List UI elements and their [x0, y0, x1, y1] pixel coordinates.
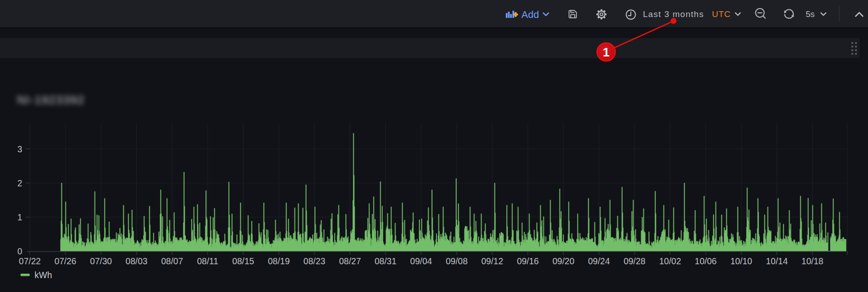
- svg-text:10/06: 10/06: [695, 256, 717, 266]
- svg-text:08/23: 08/23: [304, 256, 326, 266]
- svg-text:08/27: 08/27: [339, 256, 361, 266]
- svg-text:09/04: 09/04: [410, 256, 432, 266]
- svg-text:0: 0: [17, 246, 22, 256]
- svg-text:10/14: 10/14: [766, 256, 788, 266]
- svg-text:09/24: 09/24: [588, 256, 610, 266]
- svg-text:08/15: 08/15: [232, 256, 254, 266]
- svg-text:3: 3: [17, 144, 22, 154]
- svg-text:UTC: UTC: [712, 9, 731, 19]
- svg-text:1: 1: [603, 46, 609, 59]
- svg-text:09/08: 09/08: [446, 256, 468, 266]
- svg-text:10/02: 10/02: [659, 256, 681, 266]
- svg-text:09/20: 09/20: [552, 256, 574, 266]
- svg-text:08/11: 08/11: [197, 256, 218, 266]
- svg-text:09/28: 09/28: [624, 256, 646, 266]
- svg-text:07/26: 07/26: [54, 256, 76, 266]
- svg-text:08/31: 08/31: [374, 256, 396, 266]
- svg-text:09/16: 09/16: [517, 256, 539, 266]
- svg-text:kWh: kWh: [35, 270, 52, 280]
- svg-text:08/03: 08/03: [126, 256, 148, 266]
- svg-text:5s: 5s: [806, 9, 815, 19]
- svg-text:Add: Add: [521, 9, 539, 20]
- svg-text:2: 2: [17, 178, 22, 188]
- svg-text:09/12: 09/12: [481, 256, 503, 266]
- svg-text:07/22: 07/22: [19, 256, 41, 266]
- svg-text:Last 3 months: Last 3 months: [643, 9, 704, 19]
- svg-text:10/18: 10/18: [802, 256, 824, 266]
- svg-text:08/07: 08/07: [161, 256, 183, 266]
- svg-text:10/10: 10/10: [730, 256, 752, 266]
- svg-text:07/30: 07/30: [90, 256, 112, 266]
- svg-text:08/19: 08/19: [268, 256, 290, 266]
- svg-text:1: 1: [17, 212, 22, 222]
